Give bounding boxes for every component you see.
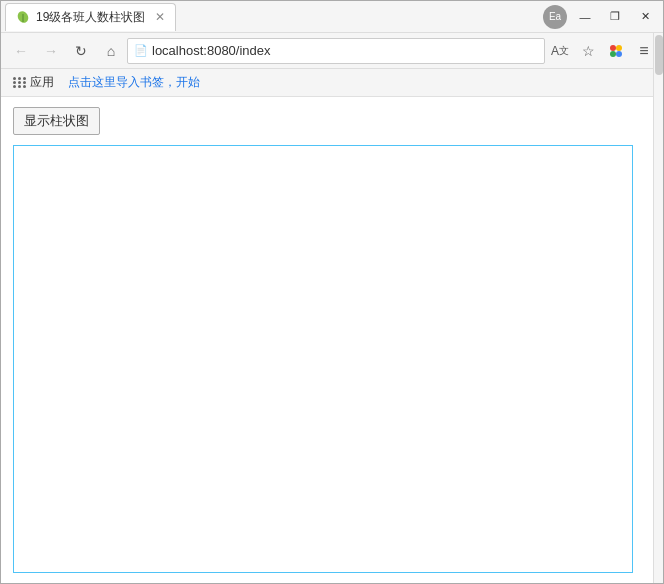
page-content: 显示柱状图 <box>1 97 663 583</box>
svg-point-3 <box>616 45 622 51</box>
bookmark-import-link[interactable]: 点击这里导入书签，开始 <box>64 72 204 93</box>
home-button[interactable]: ⌂ <box>97 37 125 65</box>
scrollbar-thumb[interactable] <box>655 35 663 75</box>
bookmarks-bar: 应用 点击这里导入书签，开始 <box>1 69 663 97</box>
new-tab-button[interactable] <box>180 5 204 29</box>
nav-right-icons: A文 ☆ ≡ <box>547 38 657 64</box>
window-controls: — ❐ ✕ <box>571 5 659 29</box>
browser-tab[interactable]: 19级各班人数柱状图 ✕ <box>5 3 176 31</box>
address-icon: 📄 <box>134 44 148 57</box>
address-input[interactable] <box>152 43 538 58</box>
show-chart-button[interactable]: 显示柱状图 <box>13 107 100 135</box>
profile-initials: Ea <box>549 11 561 22</box>
tab-title: 19级各班人数柱状图 <box>36 9 145 26</box>
chart-container <box>13 145 633 573</box>
restore-button[interactable]: ❐ <box>601 5 629 29</box>
browser-window: 19级各班人数柱状图 ✕ Ea — ❐ ✕ ← <box>0 0 664 584</box>
google-apps-icon[interactable] <box>603 38 629 64</box>
svg-point-5 <box>616 51 622 57</box>
navigation-bar: ← → ↻ ⌂ 📄 A文 ☆ <box>1 33 663 69</box>
reload-button[interactable]: ↻ <box>67 37 95 65</box>
bookmark-star-button[interactable]: ☆ <box>575 38 601 64</box>
apps-grid-icon <box>13 77 27 88</box>
title-bar-left: 19级各班人数柱状图 ✕ <box>5 3 543 31</box>
address-bar: 📄 <box>127 38 545 64</box>
forward-button[interactable]: → <box>37 37 65 65</box>
profile-icon[interactable]: Ea <box>543 5 567 29</box>
minimize-button[interactable]: — <box>571 5 599 29</box>
tab-close-button[interactable]: ✕ <box>155 10 165 24</box>
apps-label: 应用 <box>30 74 54 91</box>
translate-icon[interactable]: A文 <box>547 38 573 64</box>
close-button[interactable]: ✕ <box>631 5 659 29</box>
back-button[interactable]: ← <box>7 37 35 65</box>
tab-favicon <box>16 10 30 24</box>
title-bar: 19级各班人数柱状图 ✕ Ea — ❐ ✕ <box>1 1 663 33</box>
apps-button[interactable]: 应用 <box>9 72 58 93</box>
scrollbar-track[interactable] <box>653 33 663 583</box>
svg-point-4 <box>610 51 616 57</box>
svg-point-2 <box>610 45 616 51</box>
